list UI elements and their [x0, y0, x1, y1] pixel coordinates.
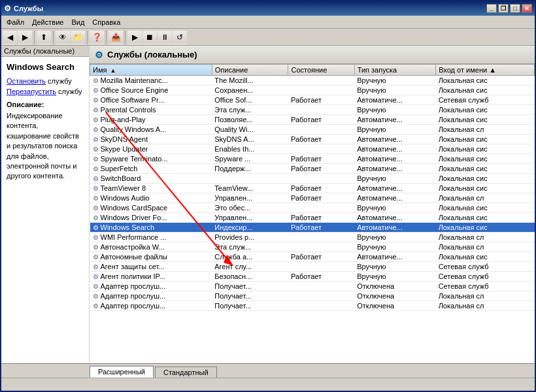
service-cell: Автоматиче... — [354, 193, 436, 203]
table-row[interactable]: ⚙Windows CardSpaceЭто обес...ВручнуюЛока… — [90, 203, 535, 213]
menu-help[interactable]: Справка — [88, 17, 124, 27]
table-row[interactable]: ⚙Windows Driver Fo...Управлен...Работает… — [90, 213, 535, 223]
toolbar: ◀ ▶ ⬆ 👁 📁 ❓ 📤 ▶ ⏹ ⏸ ↺ — [1, 29, 535, 46]
table-row[interactable]: ⚙Адаптер прослуш...Получает...ОтключенаЛ… — [90, 301, 535, 311]
service-cell: Служба а... — [212, 252, 288, 262]
service-row-icon: ⚙ — [93, 293, 99, 300]
table-row[interactable]: ⚙Spyware Terminato...Spyware ...Работает… — [90, 154, 535, 164]
service-cell — [288, 291, 354, 301]
menu-view[interactable]: Вид — [67, 17, 88, 27]
stop-button[interactable]: ⏹ — [142, 30, 157, 44]
table-row[interactable]: ⚙Адаптер прослуш...Получает...ОтключенаЛ… — [90, 291, 535, 301]
service-cell: Автоматиче... — [354, 115, 436, 125]
service-cell: Автоматиче... — [354, 144, 436, 154]
service-row-icon: ⚙ — [93, 97, 99, 104]
col-header-state[interactable]: Состояние — [288, 65, 354, 76]
table-row[interactable]: ⚙Mozilla Maintenanc...The Mozill...Вручн… — [90, 76, 535, 86]
service-cell: Автоматиче... — [354, 184, 436, 193]
back-button[interactable]: ◀ — [3, 30, 17, 44]
restart-service-link[interactable]: Перезапустить — [7, 88, 56, 95]
table-row[interactable]: ⚙Windows SearchИндексир...РаботаетАвтома… — [90, 223, 535, 233]
col-header-desc[interactable]: Описание — [212, 65, 288, 76]
col-header-login[interactable]: Вход от имени ▲ — [436, 65, 535, 76]
service-name-cell: ⚙Автономные файлы — [90, 252, 212, 262]
service-cell: Вручную — [354, 105, 436, 115]
service-cell: Получает... — [212, 301, 288, 311]
service-cell — [288, 76, 354, 86]
service-cell: Получает... — [212, 282, 288, 291]
service-cell: Работает — [288, 184, 354, 193]
col-header-name[interactable]: Имя ▲ — [90, 65, 212, 76]
table-row[interactable]: ⚙SuperFetchПоддерж...РаботаетАвтоматиче.… — [90, 164, 535, 174]
maximize-button[interactable]: □ — [510, 4, 520, 13]
menu-file[interactable]: Файл — [3, 17, 28, 27]
stop-action-line: Остановить службу — [7, 77, 84, 85]
service-cell: Управлен... — [212, 193, 288, 203]
panel-header-title: Службы (локальные) — [107, 50, 197, 59]
service-name-cell: ⚙Адаптер прослуш... — [90, 291, 212, 301]
show-hide-button[interactable]: 👁 — [56, 30, 70, 44]
pause-button[interactable]: ⏸ — [158, 30, 172, 44]
table-row[interactable]: ⚙Quality Windows A...Quality Wi...Вручну… — [90, 125, 535, 135]
table-row[interactable]: ⚙Plug-and-PlayПозволяе...РаботаетАвтомат… — [90, 115, 535, 125]
service-name-cell: ⚙Office Software Pr... — [90, 95, 212, 105]
table-row[interactable]: ⚙Автономные файлыСлужба а...РаботаетАвто… — [90, 252, 535, 262]
restore-button[interactable]: ❐ — [498, 4, 509, 13]
col-header-type[interactable]: Тип запуска — [354, 65, 436, 76]
table-row[interactable]: ⚙Skype UpdaterEnables th...Автоматиче...… — [90, 144, 535, 154]
minimize-button[interactable]: _ — [486, 4, 497, 13]
service-cell: Отключена — [354, 282, 436, 291]
table-row[interactable]: ⚙Office Software Pr...Office Sof...Работ… — [90, 95, 535, 105]
folder-button[interactable]: 📁 — [71, 30, 85, 44]
menu-action[interactable]: Действие — [28, 17, 67, 27]
service-cell: Это обес... — [212, 203, 288, 213]
forward-button[interactable]: ▶ — [18, 30, 32, 44]
service-row-icon: ⚙ — [93, 224, 99, 231]
service-cell: Локальная сис — [436, 174, 535, 184]
service-cell: Вручную — [354, 272, 436, 282]
table-row[interactable]: ⚙Office Source EngineСохранен...ВручнуюЛ… — [90, 86, 535, 95]
service-cell: Отключена — [354, 301, 436, 311]
restart-button[interactable]: ↺ — [173, 30, 187, 44]
table-row[interactable]: ⚙Автонастройка W...Эта служ...ВручнуюЛок… — [90, 242, 535, 252]
service-cell: Безопасн... — [212, 272, 288, 282]
close-button[interactable]: ✕ — [522, 4, 532, 13]
service-cell: The Mozill... — [212, 76, 288, 86]
service-cell: Работает — [288, 213, 354, 223]
table-row[interactable]: ⚙Parental ControlsЭта служ...ВручнуюЛока… — [90, 105, 535, 115]
services-table[interactable]: Имя ▲ Описание Состояние Тип запуска Вхо… — [90, 64, 535, 363]
table-row[interactable]: ⚙Агент защиты сет...Агент слу...ВручнуюС… — [90, 262, 535, 272]
service-cell: Индексир... — [212, 223, 288, 233]
service-row-icon: ⚙ — [93, 283, 99, 290]
service-cell: Quality Wi... — [212, 125, 288, 135]
service-cell: Локальная сл — [436, 301, 535, 311]
table-row[interactable]: ⚙SwitchBoardВручнуюЛокальная сис — [90, 174, 535, 184]
tab-standard[interactable]: Стандартный — [155, 367, 217, 378]
table-row[interactable]: ⚙Агент политики IP...Безопасн...Работает… — [90, 272, 535, 282]
tab-extended[interactable]: Расширенный — [90, 366, 154, 378]
up-button[interactable]: ⬆ — [37, 30, 51, 44]
service-cell: Автоматиче... — [354, 164, 436, 174]
service-cell: Локальная сис — [436, 213, 535, 223]
export-button[interactable]: 📤 — [109, 30, 123, 44]
service-cell: Локальная сис — [436, 203, 535, 213]
table-row[interactable]: ⚙Адаптер прослуш...Получает...ОтключенаС… — [90, 282, 535, 291]
play-button[interactable]: ▶ — [127, 30, 142, 44]
help-button[interactable]: ❓ — [90, 30, 104, 44]
stop-service-link[interactable]: Остановить — [7, 77, 46, 85]
table-row[interactable]: ⚙Windows AudioУправлен...РаботаетАвтомат… — [90, 193, 535, 203]
service-cell: Эта служ... — [212, 242, 288, 252]
service-row-icon: ⚙ — [93, 234, 99, 241]
toolbar-sep-3 — [87, 31, 88, 44]
service-cell: Сохранен... — [212, 86, 288, 95]
service-name-cell: ⚙Автонастройка W... — [90, 242, 212, 252]
table-row[interactable]: ⚙SkyDNS AgentSkyDNS A...РаботаетАвтомати… — [90, 135, 535, 144]
table-row[interactable]: ⚙TeamViewer 8TeamView...РаботаетАвтомати… — [90, 184, 535, 193]
service-cell — [288, 233, 354, 242]
service-row-icon: ⚙ — [93, 244, 99, 251]
service-cell: Автоматиче... — [354, 135, 436, 144]
table-row[interactable]: ⚙WMI Performance ...Provides p...Вручную… — [90, 233, 535, 242]
service-cell: Локальная сис — [436, 164, 535, 174]
toolbar-sep-5 — [125, 31, 126, 44]
toolbar-sep-4 — [106, 31, 107, 44]
